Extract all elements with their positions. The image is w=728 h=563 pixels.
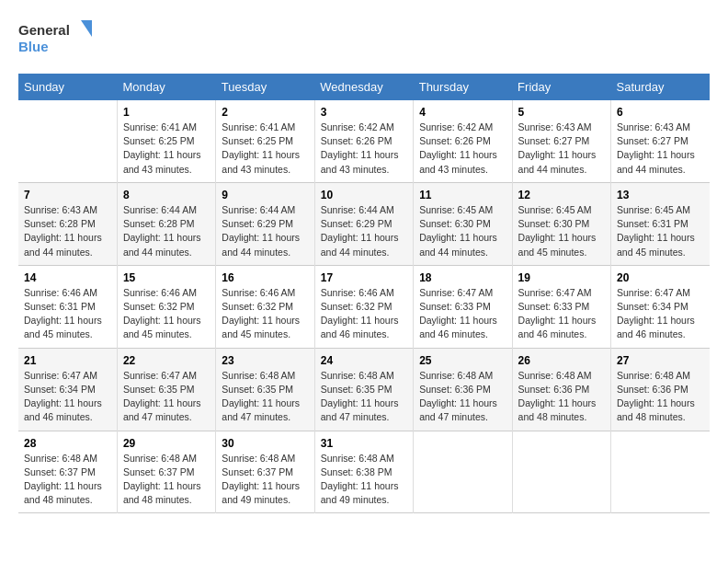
weekday-header: Saturday xyxy=(611,74,710,100)
day-info: Sunrise: 6:43 AM Sunset: 6:27 PM Dayligh… xyxy=(617,121,704,177)
calendar-cell: 26Sunrise: 6:48 AM Sunset: 6:36 PM Dayli… xyxy=(512,348,610,431)
calendar-cell: 1Sunrise: 6:41 AM Sunset: 6:25 PM Daylig… xyxy=(117,100,215,182)
day-number: 14 xyxy=(24,271,111,284)
day-number: 8 xyxy=(123,189,210,201)
calendar-cell: 13Sunrise: 6:45 AM Sunset: 6:31 PM Dayli… xyxy=(611,182,710,265)
day-number: 22 xyxy=(123,354,210,367)
weekday-header: Friday xyxy=(512,74,610,100)
calendar-cell: 18Sunrise: 6:47 AM Sunset: 6:33 PM Dayli… xyxy=(414,265,512,348)
day-info: Sunrise: 6:45 AM Sunset: 6:30 PM Dayligh… xyxy=(518,203,605,259)
day-number: 6 xyxy=(617,106,704,119)
day-number: 3 xyxy=(321,106,407,119)
day-number: 11 xyxy=(419,189,506,201)
calendar-cell: 5Sunrise: 6:43 AM Sunset: 6:27 PM Daylig… xyxy=(512,100,610,182)
day-info: Sunrise: 6:45 AM Sunset: 6:31 PM Dayligh… xyxy=(617,203,704,259)
day-number: 1 xyxy=(123,106,210,119)
calendar-cell: 20Sunrise: 6:47 AM Sunset: 6:34 PM Dayli… xyxy=(611,265,710,348)
svg-text:Blue: Blue xyxy=(18,39,49,54)
day-info: Sunrise: 6:44 AM Sunset: 6:29 PM Dayligh… xyxy=(222,203,308,259)
weekday-header: Monday xyxy=(117,74,215,100)
day-info: Sunrise: 6:44 AM Sunset: 6:28 PM Dayligh… xyxy=(123,203,210,259)
calendar-cell: 14Sunrise: 6:46 AM Sunset: 6:31 PM Dayli… xyxy=(18,265,117,348)
day-info: Sunrise: 6:48 AM Sunset: 6:37 PM Dayligh… xyxy=(222,452,308,508)
day-number: 28 xyxy=(24,437,111,450)
calendar-cell: 10Sunrise: 6:44 AM Sunset: 6:29 PM Dayli… xyxy=(314,182,413,265)
day-info: Sunrise: 6:48 AM Sunset: 6:36 PM Dayligh… xyxy=(518,369,605,425)
day-number: 13 xyxy=(617,189,704,201)
day-number: 10 xyxy=(321,189,407,201)
calendar-cell: 2Sunrise: 6:41 AM Sunset: 6:25 PM Daylig… xyxy=(216,100,314,182)
day-info: Sunrise: 6:48 AM Sunset: 6:37 PM Dayligh… xyxy=(24,452,111,508)
calendar-cell: 27Sunrise: 6:48 AM Sunset: 6:36 PM Dayli… xyxy=(611,348,710,431)
calendar-cell: 28Sunrise: 6:48 AM Sunset: 6:37 PM Dayli… xyxy=(18,431,117,513)
day-info: Sunrise: 6:48 AM Sunset: 6:37 PM Dayligh… xyxy=(123,452,210,508)
day-info: Sunrise: 6:45 AM Sunset: 6:30 PM Dayligh… xyxy=(419,203,506,259)
calendar-cell: 3Sunrise: 6:42 AM Sunset: 6:26 PM Daylig… xyxy=(314,100,413,182)
day-info: Sunrise: 6:43 AM Sunset: 6:27 PM Dayligh… xyxy=(518,121,605,177)
day-number: 15 xyxy=(123,271,210,284)
weekday-header: Tuesday xyxy=(216,74,314,100)
day-info: Sunrise: 6:47 AM Sunset: 6:33 PM Dayligh… xyxy=(518,286,605,342)
calendar-cell: 19Sunrise: 6:47 AM Sunset: 6:33 PM Dayli… xyxy=(512,265,610,348)
day-number: 25 xyxy=(419,354,506,367)
day-info: Sunrise: 6:47 AM Sunset: 6:35 PM Dayligh… xyxy=(123,369,210,425)
page-header: General Blue xyxy=(18,18,710,59)
day-number: 16 xyxy=(222,271,308,284)
day-number: 18 xyxy=(419,271,506,284)
weekday-header: Thursday xyxy=(414,74,512,100)
calendar-week-row: 7Sunrise: 6:43 AM Sunset: 6:28 PM Daylig… xyxy=(18,182,710,265)
calendar-cell: 30Sunrise: 6:48 AM Sunset: 6:37 PM Dayli… xyxy=(216,431,314,513)
weekday-header: Wednesday xyxy=(314,74,413,100)
calendar-cell: 11Sunrise: 6:45 AM Sunset: 6:30 PM Dayli… xyxy=(414,182,512,265)
day-number: 4 xyxy=(419,106,506,119)
calendar-cell xyxy=(512,431,610,513)
day-number: 23 xyxy=(222,354,308,367)
calendar-cell: 12Sunrise: 6:45 AM Sunset: 6:30 PM Dayli… xyxy=(512,182,610,265)
day-number: 5 xyxy=(518,106,605,119)
calendar-header-row: SundayMondayTuesdayWednesdayThursdayFrid… xyxy=(18,74,710,100)
day-info: Sunrise: 6:43 AM Sunset: 6:28 PM Dayligh… xyxy=(24,203,111,259)
day-number: 9 xyxy=(222,189,308,201)
calendar-cell: 29Sunrise: 6:48 AM Sunset: 6:37 PM Dayli… xyxy=(117,431,215,513)
calendar-week-row: 1Sunrise: 6:41 AM Sunset: 6:25 PM Daylig… xyxy=(18,100,710,182)
day-number: 19 xyxy=(518,271,605,284)
calendar-week-row: 28Sunrise: 6:48 AM Sunset: 6:37 PM Dayli… xyxy=(18,431,710,513)
calendar-cell: 23Sunrise: 6:48 AM Sunset: 6:35 PM Dayli… xyxy=(216,348,314,431)
day-info: Sunrise: 6:41 AM Sunset: 6:25 PM Dayligh… xyxy=(222,121,308,177)
calendar-week-row: 14Sunrise: 6:46 AM Sunset: 6:31 PM Dayli… xyxy=(18,265,710,348)
day-info: Sunrise: 6:47 AM Sunset: 6:34 PM Dayligh… xyxy=(24,369,111,425)
svg-marker-2 xyxy=(81,20,92,37)
day-number: 7 xyxy=(24,189,111,201)
svg-text:General: General xyxy=(18,22,70,38)
day-number: 17 xyxy=(321,271,407,284)
day-number: 21 xyxy=(24,354,111,367)
logo: General Blue xyxy=(18,18,92,59)
calendar-cell xyxy=(611,431,710,513)
calendar-week-row: 21Sunrise: 6:47 AM Sunset: 6:34 PM Dayli… xyxy=(18,348,710,431)
day-info: Sunrise: 6:47 AM Sunset: 6:34 PM Dayligh… xyxy=(617,286,704,342)
weekday-header: Sunday xyxy=(18,74,117,100)
day-number: 27 xyxy=(617,354,704,367)
day-info: Sunrise: 6:42 AM Sunset: 6:26 PM Dayligh… xyxy=(321,121,407,177)
calendar-cell: 7Sunrise: 6:43 AM Sunset: 6:28 PM Daylig… xyxy=(18,182,117,265)
day-number: 24 xyxy=(321,354,407,367)
day-number: 20 xyxy=(617,271,704,284)
calendar-cell xyxy=(414,431,512,513)
calendar-cell: 31Sunrise: 6:48 AM Sunset: 6:38 PM Dayli… xyxy=(314,431,413,513)
calendar-cell: 21Sunrise: 6:47 AM Sunset: 6:34 PM Dayli… xyxy=(18,348,117,431)
day-number: 31 xyxy=(321,437,407,450)
day-info: Sunrise: 6:46 AM Sunset: 6:32 PM Dayligh… xyxy=(222,286,308,342)
calendar-cell: 4Sunrise: 6:42 AM Sunset: 6:26 PM Daylig… xyxy=(414,100,512,182)
day-info: Sunrise: 6:48 AM Sunset: 6:35 PM Dayligh… xyxy=(222,369,308,425)
day-info: Sunrise: 6:44 AM Sunset: 6:29 PM Dayligh… xyxy=(321,203,407,259)
day-info: Sunrise: 6:48 AM Sunset: 6:36 PM Dayligh… xyxy=(617,369,704,425)
day-info: Sunrise: 6:46 AM Sunset: 6:32 PM Dayligh… xyxy=(321,286,407,342)
day-number: 2 xyxy=(222,106,308,119)
day-info: Sunrise: 6:48 AM Sunset: 6:35 PM Dayligh… xyxy=(321,369,407,425)
logo-svg: General Blue xyxy=(18,18,92,59)
calendar-cell: 16Sunrise: 6:46 AM Sunset: 6:32 PM Dayli… xyxy=(216,265,314,348)
calendar-cell: 6Sunrise: 6:43 AM Sunset: 6:27 PM Daylig… xyxy=(611,100,710,182)
calendar-cell: 9Sunrise: 6:44 AM Sunset: 6:29 PM Daylig… xyxy=(216,182,314,265)
day-info: Sunrise: 6:48 AM Sunset: 6:36 PM Dayligh… xyxy=(419,369,506,425)
day-number: 29 xyxy=(123,437,210,450)
